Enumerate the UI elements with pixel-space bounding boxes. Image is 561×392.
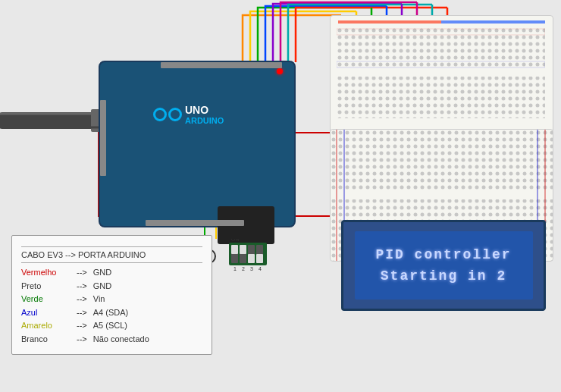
wire-label-verde: Verde bbox=[21, 293, 71, 306]
wire-value-amarelo: A5 (SCL) bbox=[93, 319, 127, 333]
svg-text:ON: ON bbox=[231, 239, 240, 242]
lcd-line2: Starting in 2 bbox=[381, 268, 506, 284]
lcd-display: PID controller Starting in 2 bbox=[341, 220, 546, 311]
arduino-model: UNO bbox=[185, 104, 224, 116]
main-container: UNO ARDUINO bbox=[0, 0, 561, 392]
lcd-screen: PID controller Starting in 2 bbox=[355, 231, 533, 299]
wire-row-black: Preto --> GND bbox=[21, 280, 202, 293]
wire-label-preto: Preto bbox=[21, 280, 71, 293]
svg-text:2: 2 bbox=[242, 266, 245, 271]
svg-rect-0 bbox=[0, 112, 99, 129]
info-panel: CABO EV3 --> PORTA ARDUINO Vermelho --> … bbox=[11, 235, 212, 355]
bottom-divider bbox=[21, 262, 202, 263]
wire-label-vermelho: Vermelho bbox=[21, 266, 71, 280]
panel-title: CABO EV3 --> PORTA ARDUINO bbox=[21, 250, 202, 259]
power-led bbox=[277, 68, 283, 74]
top-divider bbox=[21, 246, 202, 247]
wire-value-branco: Não conectado bbox=[93, 333, 149, 347]
wire-value-vermelho: GND bbox=[93, 266, 111, 280]
wire-row-white: Branco --> Não conectado bbox=[21, 333, 202, 347]
svg-rect-21 bbox=[337, 69, 545, 77]
wire-value-preto: GND bbox=[93, 280, 111, 293]
arduino-brand: ARDUINO bbox=[185, 116, 224, 125]
lcd-line1: PID controller bbox=[375, 247, 511, 262]
svg-rect-26 bbox=[331, 192, 553, 199]
wire-row-blue: Azul --> A4 (SDA) bbox=[21, 306, 202, 320]
wire-label-azul: Azul bbox=[21, 306, 71, 320]
wire-row-red: Vermelho --> GND bbox=[21, 266, 202, 280]
wire-value-azul: A4 (SDA) bbox=[93, 306, 128, 320]
breadboard-top bbox=[330, 15, 553, 133]
svg-rect-38 bbox=[240, 245, 246, 254]
arduino-board: UNO ARDUINO bbox=[99, 61, 296, 227]
svg-rect-37 bbox=[231, 245, 238, 254]
arduino-logo-circles bbox=[153, 108, 182, 121]
svg-text:3: 3 bbox=[250, 266, 253, 271]
wire-row-yellow: Amarelo --> A5 (SCL) bbox=[21, 319, 202, 333]
wire-value-verde: Vin bbox=[93, 293, 105, 306]
svg-rect-40 bbox=[256, 254, 263, 263]
wire-label-amarelo: Amarelo bbox=[21, 319, 71, 333]
dip-switch[interactable]: ON 1 2 3 4 bbox=[227, 239, 269, 269]
wire-row-green: Verde --> Vin bbox=[21, 293, 202, 306]
svg-text:1: 1 bbox=[233, 266, 237, 271]
svg-text:4: 4 bbox=[259, 266, 262, 271]
wire-label-branco: Branco bbox=[21, 333, 71, 347]
svg-rect-39 bbox=[248, 254, 255, 263]
